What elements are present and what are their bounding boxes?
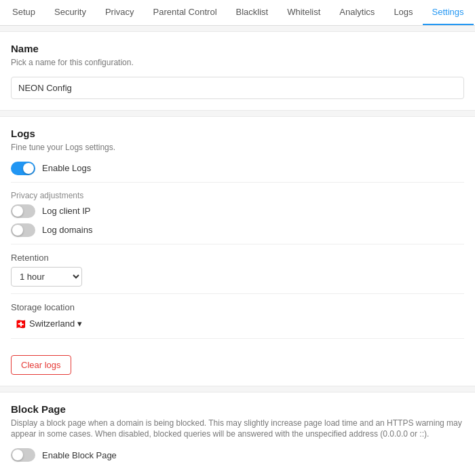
block-page-section: Block Page Display a block page when a d… (0, 392, 475, 476)
log-client-ip-label: Log client IP (42, 206, 91, 216)
name-input[interactable] (11, 77, 464, 99)
log-domains-toggle[interactable] (11, 223, 35, 237)
log-client-ip-toggle[interactable] (11, 204, 35, 218)
privacy-adjustments-title: Privacy adjustments (11, 191, 464, 200)
storage-location-select[interactable]: 🇨🇭 Switzerland ▾ (11, 316, 86, 331)
storage-country: Switzerland (29, 318, 75, 329)
tab-privacy[interactable]: Privacy (96, 0, 144, 25)
enable-block-page-toggle[interactable] (11, 448, 35, 462)
log-domains-label: Log domains (42, 225, 92, 235)
tab-setup[interactable]: Setup (3, 0, 45, 25)
tab-blacklist[interactable]: Blacklist (227, 0, 278, 25)
retention-label: Retention (11, 253, 464, 263)
enable-block-page-label: Enable Block Page (42, 450, 117, 460)
enable-logs-row: Enable Logs (11, 162, 464, 175)
clear-logs-button[interactable]: Clear logs (11, 355, 71, 375)
tab-whitelist[interactable]: Whitelist (278, 0, 330, 25)
enable-block-page-row: Enable Block Page (11, 448, 464, 462)
tab-parental-control[interactable]: Parental Control (144, 0, 227, 25)
tab-logs[interactable]: Logs (384, 0, 422, 25)
block-page-description: Display a block page when a domain is be… (11, 418, 464, 441)
log-domains-row: Log domains (11, 223, 464, 237)
tab-settings[interactable]: Settings (423, 0, 474, 25)
logs-section-title: Logs (11, 128, 464, 139)
block-page-title: Block Page (11, 403, 464, 415)
logs-section-description: Fine tune your Logs settings. (11, 142, 464, 153)
name-section-title: Name (11, 43, 464, 54)
enable-logs-toggle[interactable] (11, 162, 35, 175)
tabs-bar: Setup Security Privacy Parental Control … (0, 0, 475, 26)
enable-logs-label: Enable Logs (42, 163, 91, 173)
storage-flag: 🇨🇭 (15, 318, 26, 329)
tab-security[interactable]: Security (45, 0, 96, 25)
name-section: Name Pick a name for this configuration. (0, 31, 475, 111)
name-section-description: Pick a name for this configuration. (11, 57, 464, 69)
logs-section: Logs Fine tune your Logs settings. Enabl… (0, 116, 475, 386)
tab-analytics[interactable]: Analytics (330, 0, 384, 25)
log-client-ip-row: Log client IP (11, 204, 464, 218)
storage-location-label: Storage location (11, 302, 464, 312)
retention-select[interactable]: 1 hour 6 hours 12 hours 24 hours 7 days … (11, 267, 82, 287)
storage-chevron-icon: ▾ (77, 318, 82, 329)
